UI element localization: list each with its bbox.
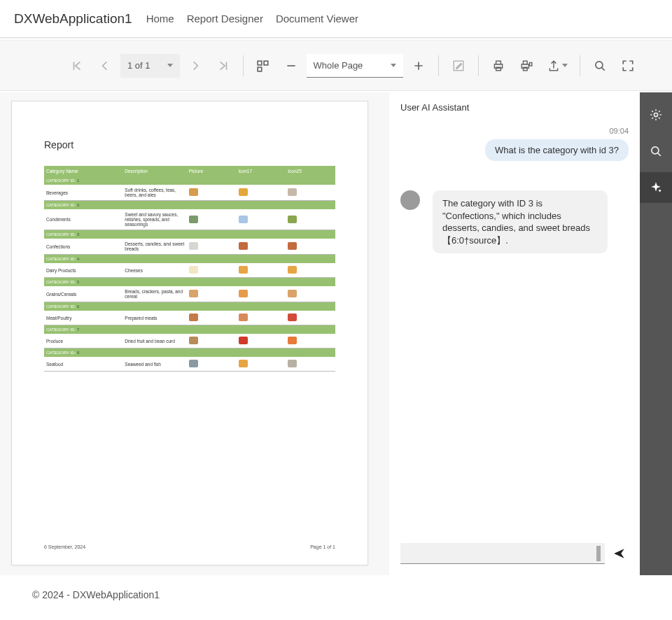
group-row: CATEGORY ID: 6 <box>44 302 335 311</box>
item-icon <box>239 216 248 223</box>
report-date: 6 September, 2024 <box>44 544 85 549</box>
group-row: CATEGORY ID: 5 <box>44 278 335 287</box>
zoom-in-button[interactable] <box>406 53 431 78</box>
fullscreen-button[interactable] <box>615 53 640 78</box>
first-page-button[interactable] <box>64 53 90 78</box>
item-icon <box>239 290 248 297</box>
item-icon <box>288 188 297 196</box>
brand: DXWebApplication1 <box>14 11 132 27</box>
page-selector-value: 1 of 1 <box>127 60 150 71</box>
table-row: SeafoodSeaweed and fish <box>44 357 335 372</box>
top-nav: DXWebApplication1 Home Report Designer D… <box>0 0 672 38</box>
document-area: Report Category NameDescriptionPictureIc… <box>0 92 379 575</box>
svg-rect-6 <box>496 67 501 71</box>
svg-point-14 <box>659 190 661 192</box>
report-page-number: Page 1 of 1 <box>310 544 335 549</box>
chevron-down-icon <box>391 64 396 67</box>
edit-button[interactable] <box>446 53 471 78</box>
item-icon <box>288 216 297 223</box>
nav-document-viewer[interactable]: Document Viewer <box>276 13 358 24</box>
item-icon <box>189 337 198 344</box>
chat-panel: User AI Assistant 09:04 What is the cate… <box>389 92 640 575</box>
last-page-button[interactable] <box>211 53 236 78</box>
item-icon <box>189 290 198 297</box>
item-icon <box>189 242 198 250</box>
svg-point-13 <box>652 147 659 154</box>
toolbar: 1 of 1 Whole Page <box>0 41 672 91</box>
report-title: Report <box>44 139 335 150</box>
prev-page-button[interactable] <box>92 53 118 78</box>
print-button[interactable] <box>486 53 511 78</box>
item-icon <box>239 188 248 196</box>
table-row: Dairy ProductsCheeses <box>44 263 335 278</box>
item-icon <box>239 313 248 321</box>
group-row: CATEGORY ID: 2 <box>44 201 335 210</box>
page-footer: © 2024 - DXWebApplication1 <box>0 575 672 600</box>
assistant-avatar <box>400 190 420 210</box>
report-table: Category NameDescriptionPictureIcon17Ico… <box>44 166 335 372</box>
group-row: CATEGORY ID: 3 <box>44 230 335 239</box>
column-header: Category Name <box>44 166 122 176</box>
svg-point-12 <box>654 113 657 116</box>
svg-rect-5 <box>496 61 501 64</box>
group-row: CATEGORY ID: 7 <box>44 325 335 334</box>
item-icon <box>288 242 297 250</box>
table-header-row: Category NameDescriptionPictureIcon17Ico… <box>44 166 335 176</box>
chevron-down-icon <box>167 64 173 67</box>
column-header: Description <box>122 166 187 176</box>
table-row: BeveragesSoft drinks, coffees, teas, bee… <box>44 185 335 201</box>
chat-timestamp: 09:04 <box>400 127 629 135</box>
page-selector[interactable]: 1 of 1 <box>120 54 180 78</box>
table-row: ConfectionsDesserts, candies, and sweet … <box>44 239 335 255</box>
item-icon <box>288 313 297 321</box>
assistant-message: The category with ID 3 is "Confections,"… <box>433 190 608 253</box>
item-icon <box>239 242 248 250</box>
nav-report-designer[interactable]: Report Designer <box>187 13 263 24</box>
item-icon <box>239 337 248 344</box>
user-message: What is the category with id 3? <box>485 139 629 161</box>
item-icon <box>288 266 297 274</box>
multipage-button[interactable] <box>251 53 276 78</box>
svg-rect-0 <box>258 61 262 65</box>
item-icon <box>288 360 297 367</box>
nav-home[interactable]: Home <box>146 13 174 24</box>
item-icon <box>239 266 248 274</box>
svg-rect-1 <box>264 61 268 65</box>
chat-title: User AI Assistant <box>400 102 629 113</box>
search-panel-button[interactable] <box>640 136 672 167</box>
settings-button[interactable] <box>640 99 672 130</box>
svg-rect-9 <box>524 67 528 71</box>
item-icon <box>288 337 297 344</box>
zoom-selector[interactable]: Whole Page <box>307 54 404 78</box>
export-button[interactable] <box>542 53 573 78</box>
table-row: CondimentsSweet and savory sauces, relis… <box>44 209 335 230</box>
group-row: CATEGORY ID: 4 <box>44 255 335 264</box>
chevron-down-icon <box>562 64 568 67</box>
next-page-button[interactable] <box>183 53 208 78</box>
right-sidebar <box>640 92 672 575</box>
item-icon <box>189 216 198 223</box>
column-header: Picture <box>187 166 237 176</box>
column-header: Icon17 <box>237 166 286 176</box>
table-row: Meat/PoultryPrepared meats <box>44 311 335 325</box>
svg-rect-8 <box>524 61 528 64</box>
zoom-out-button[interactable] <box>279 53 304 78</box>
svg-rect-2 <box>258 67 262 71</box>
column-header: Icon25 <box>286 166 335 176</box>
search-button[interactable] <box>587 53 612 78</box>
group-row: CATEGORY ID: 8 <box>44 348 335 358</box>
report-page[interactable]: Report Category NameDescriptionPictureIc… <box>11 101 368 565</box>
item-icon <box>189 188 198 196</box>
svg-point-11 <box>596 61 603 68</box>
item-icon <box>189 266 198 274</box>
table-row: Grains/CerealsBreads, crackers, pasta, a… <box>44 286 335 302</box>
svg-rect-10 <box>530 62 532 66</box>
item-icon <box>189 313 198 321</box>
chat-input[interactable] <box>400 543 605 564</box>
item-icon <box>189 360 198 367</box>
group-row: CATEGORY ID: 1 <box>44 176 335 185</box>
table-row: ProduceDried fruit and bean curd <box>44 334 335 348</box>
print-page-button[interactable] <box>514 53 539 78</box>
send-button[interactable] <box>610 544 629 563</box>
ai-assistant-button[interactable] <box>640 172 672 203</box>
